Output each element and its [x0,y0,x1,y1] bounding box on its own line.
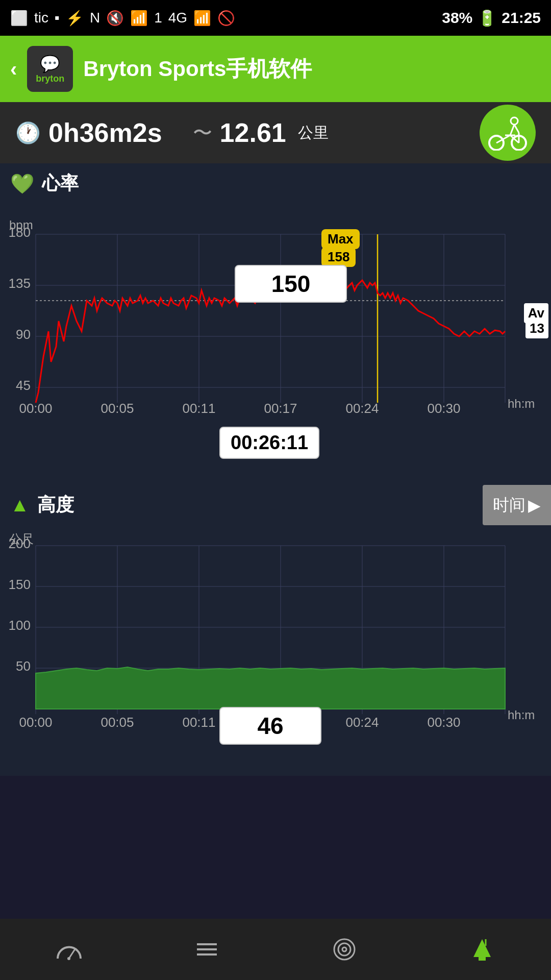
status-bar: ⬜ tic ▪ ⚡ N 🔇 📶 1 4G 📶 🚫 38% 🔋 21:25 [0,0,551,36]
svg-line-3 [510,125,514,135]
block-icon: 🚫 [217,10,235,27]
nav-altitude[interactable] [468,937,496,962]
nav-list[interactable] [193,938,221,961]
svg-text:00:00: 00:00 [19,401,52,416]
svg-rect-70 [479,954,486,961]
svg-line-6 [514,125,519,133]
time-button-arrow: ▶ [528,496,541,515]
status-left: ⬜ tic ▪ ⚡ N 🔇 📶 1 4G 📶 🚫 [10,10,235,27]
bottom-nav [0,919,551,980]
duration-stat: 🕐 0h36m2s [15,117,162,148]
avg-number: 13 [530,321,544,336]
nav-speedometer[interactable] [55,938,83,961]
wifi-icon: 📶 [130,10,148,27]
altitude-tooltip: 46 [219,707,321,745]
stats-bar: 🕐 0h36m2s 〜 12.61 公里 [0,102,551,163]
duration-value: 0h36m2s [48,117,162,148]
altitude-tooltip-value: 46 [257,713,283,739]
svg-text:00:30: 00:30 [427,401,460,416]
max-badge: Max [321,229,360,249]
heart-rate-title-bar: 💚 心率 [0,163,551,204]
svg-text:50: 50 [16,658,31,674]
svg-text:00:30: 00:30 [427,715,460,730]
time-button-label: 时间 [493,494,525,517]
avg-value: 13 [525,318,548,338]
time-tooltip: 00:26:11 [219,427,319,459]
svg-text:00:00: 00:00 [19,715,52,730]
max-value-badge: 158 [321,247,356,267]
clock-icon: 🕐 [15,121,41,145]
heart-rate-chart: 180 135 90 45 bpm hh:m 00:00 00:05 00:11… [5,204,546,449]
svg-text:135: 135 [9,276,31,291]
svg-text:45: 45 [16,378,31,393]
altitude-title-bar: ▲ 高度 时间 ▶ [0,485,551,525]
svg-text:90: 90 [16,327,31,342]
altitude-section: ▲ 高度 时间 ▶ 200 1 [0,485,551,776]
bryton-chat-icon: 💬 [40,54,60,74]
bluetooth-icon: ⚡ [66,10,84,27]
svg-point-66 [334,939,355,960]
sim-icon: 1 [154,10,162,26]
nav-target[interactable] [331,936,359,964]
svg-text:bpm: bpm [9,218,33,232]
svg-point-62 [67,957,70,960]
svg-marker-60 [36,667,505,709]
svg-text:hh:m: hh:m [508,397,535,410]
svg-point-2 [511,117,518,125]
svg-marker-69 [473,939,491,957]
svg-text:00:11: 00:11 [182,715,215,730]
back-button[interactable]: ‹ [10,58,17,81]
distance-icon: 〜 [193,120,212,146]
signal-icon: 📶 [193,10,211,27]
altitude-label: 高度 [37,493,74,518]
altitude-chart-container[interactable]: 200 150 100 50 公尺 hh:m 00:00 00:05 00:11… [0,525,551,755]
screenshot-icon: ⬜ [10,10,28,27]
svg-text:00:17: 00:17 [264,401,297,416]
app-name: tic [34,10,48,26]
heart-rate-tooltip: 150 [235,265,347,303]
bryton-logo-text: bryton [36,74,64,84]
distance-unit: 公里 [298,122,329,143]
bryton-logo: 💬 bryton [27,46,73,92]
svg-text:公尺: 公尺 [9,532,34,546]
svg-text:100: 100 [9,618,31,633]
network-icon: N [90,10,100,26]
clock: 21:25 [502,9,541,27]
status-right: 38% 🔋 21:25 [442,9,541,27]
svg-text:00:05: 00:05 [101,715,134,730]
altitude-icon: ▲ [10,494,30,516]
tasker-icon: ▪ [55,10,60,26]
max-value: 158 [328,249,349,264]
max-label: Max [328,231,354,247]
svg-text:00:11: 00:11 [182,401,215,416]
time-tooltip-value: 00:26:11 [231,432,308,453]
svg-rect-9 [5,204,546,423]
svg-text:150: 150 [9,577,31,592]
battery-level: 38% [442,9,472,27]
distance-stat: 〜 12.61 公里 [193,117,329,148]
heart-icon: 💚 [10,173,34,195]
svg-text:00:24: 00:24 [345,401,379,416]
svg-text:00:05: 00:05 [101,401,134,416]
battery-icon: 🔋 [478,9,496,27]
distance-value: 12.61 [220,117,286,148]
cycling-badge [480,105,536,161]
app-header: ‹ 💬 bryton Bryton Sports手机软件 [0,36,551,102]
svg-point-68 [342,947,346,951]
svg-text:00:24: 00:24 [345,715,379,730]
svg-line-61 [69,948,76,959]
heart-rate-tooltip-value: 150 [271,271,311,297]
svg-text:hh:m: hh:m [508,708,535,722]
heart-rate-label: 心率 [42,171,79,196]
heart-rate-section: 💚 心率 180 135 90 [0,163,551,485]
svg-point-67 [338,943,350,955]
network-type: 4G [168,10,187,26]
mute-icon: 🔇 [106,10,124,27]
cycling-icon [487,115,528,151]
app-title: Bryton Sports手机软件 [83,55,312,83]
heart-rate-chart-container[interactable]: 180 135 90 45 bpm hh:m 00:00 00:05 00:11… [0,204,551,474]
time-button[interactable]: 时间 ▶ [483,485,551,525]
